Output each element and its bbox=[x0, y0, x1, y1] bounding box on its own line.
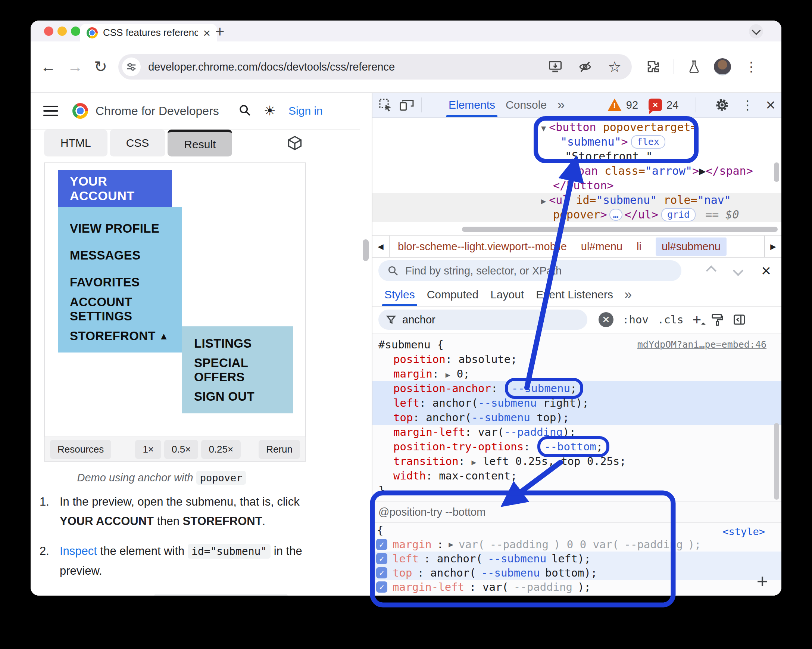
dom-tree-node[interactable]: <span class="arrow">▶</span> bbox=[372, 164, 781, 178]
breadcrumb-item[interactable]: li bbox=[636, 240, 641, 253]
sidebar-tab-styles[interactable]: Styles bbox=[379, 283, 421, 306]
page-scrollbar[interactable] bbox=[360, 93, 372, 595]
site-settings-icon[interactable] bbox=[122, 58, 141, 76]
warning-count[interactable]: 92 bbox=[626, 99, 638, 111]
find-next-icon[interactable] bbox=[733, 265, 743, 276]
experiments-flask-icon[interactable] bbox=[688, 60, 701, 74]
css-declaration[interactable]: position-anchor: --submenu; bbox=[372, 381, 781, 396]
demo-tab-html[interactable]: HTML bbox=[44, 130, 107, 156]
styles-scrollbar[interactable] bbox=[774, 423, 779, 500]
zoom-window-button[interactable] bbox=[71, 26, 80, 36]
vertical-scrollbar[interactable] bbox=[774, 162, 779, 182]
css-declaration[interactable]: transition: ▶ left 0.25s, top 0.25s; bbox=[372, 454, 781, 468]
declaration-checkbox[interactable]: ✓ bbox=[376, 539, 387, 550]
breadcrumb-item[interactable]: ul#menu bbox=[581, 240, 623, 253]
breadcrumb-left-icon[interactable]: ◀ bbox=[372, 236, 389, 257]
rendering-brush-icon[interactable] bbox=[710, 313, 723, 326]
declaration-checkbox[interactable]: ✓ bbox=[376, 567, 387, 579]
search-icon[interactable] bbox=[238, 104, 251, 118]
css-declaration[interactable]: ✓margin: ▶ var(--padding) 0 0 var(--padd… bbox=[372, 537, 781, 551]
scrollbar-thumb[interactable] bbox=[363, 239, 369, 261]
sidebar-toggle-icon[interactable] bbox=[733, 313, 746, 326]
css-declaration[interactable]: ✓margin-left: var(--padding); bbox=[372, 580, 781, 594]
rerun-button[interactable]: Rerun bbox=[259, 440, 300, 459]
error-icon[interactable]: × bbox=[649, 99, 662, 111]
profile-avatar[interactable] bbox=[714, 58, 731, 75]
theme-toggle-icon[interactable]: ☀ bbox=[264, 103, 276, 119]
settings-gear-icon[interactable] bbox=[715, 98, 729, 112]
filter-clear-icon[interactable]: ✕ bbox=[598, 312, 614, 327]
scale-button[interactable]: 0.5× bbox=[164, 440, 198, 459]
extensions-icon[interactable] bbox=[646, 60, 660, 74]
menu-item[interactable]: VIEW PROFILE bbox=[58, 215, 182, 242]
warning-icon[interactable]: ! bbox=[607, 99, 622, 111]
declaration-checkbox[interactable]: ✓ bbox=[376, 582, 387, 592]
grid-badge[interactable]: grid bbox=[661, 208, 696, 222]
demo-tab-css[interactable]: CSS bbox=[110, 130, 166, 156]
error-count[interactable]: 24 bbox=[667, 99, 678, 111]
dom-tree-node[interactable]: ▼<button popovertarget= bbox=[372, 120, 781, 135]
address-bar[interactable]: developer.chrome.com/docs/devtools/css/r… bbox=[118, 54, 632, 80]
forward-button[interactable]: → bbox=[67, 59, 83, 75]
devtools-tab-console[interactable]: Console bbox=[501, 93, 552, 117]
filter-value[interactable]: anchor bbox=[402, 314, 435, 326]
hover-state-button[interactable]: :hov bbox=[623, 313, 649, 326]
declaration-checkbox[interactable]: ✓ bbox=[376, 553, 387, 564]
inspect-element-icon[interactable] bbox=[379, 98, 392, 112]
eye-off-icon[interactable] bbox=[578, 61, 592, 73]
css-declaration[interactable]: top: anchor(--submenu top); bbox=[372, 410, 781, 425]
dom-tree-node[interactable]: ▶<ul id="submenu" role="nav" bbox=[372, 193, 781, 207]
scale-button[interactable]: 1× bbox=[135, 440, 161, 459]
submenu-item[interactable]: SPECIAL OFFERS bbox=[182, 357, 293, 383]
dom-tree-node[interactable]: "Storefront " bbox=[372, 149, 781, 164]
dom-tree-node[interactable]: popover>…</ul>grid == $0 bbox=[372, 207, 781, 222]
menu-item[interactable]: FAVORITES bbox=[58, 269, 182, 296]
back-button[interactable]: ← bbox=[40, 59, 56, 75]
sidebar-tab-event-listeners[interactable]: Event Listeners bbox=[530, 283, 619, 306]
css-declaration[interactable]: left: anchor(--submenu right); bbox=[372, 396, 781, 410]
sign-in-link[interactable]: Sign in bbox=[288, 104, 323, 117]
breadcrumb-item[interactable]: ul#submenu bbox=[656, 237, 727, 256]
find-previous-icon[interactable] bbox=[706, 265, 716, 276]
rule-source-link[interactable]: mdYdpOM?ani…pe=embed:46 bbox=[637, 337, 766, 352]
sidebar-more-icon[interactable]: » bbox=[624, 287, 632, 303]
inspect-link[interactable]: Inspect bbox=[60, 545, 97, 557]
device-toolbar-icon[interactable] bbox=[399, 98, 414, 112]
horizontal-scrollbar[interactable] bbox=[462, 227, 778, 232]
tab-search-button[interactable] bbox=[749, 24, 763, 38]
embed-cube-icon[interactable] bbox=[287, 135, 303, 153]
demo-tab-result[interactable]: Result bbox=[168, 130, 232, 156]
filter-input[interactable]: anchor bbox=[379, 309, 588, 330]
reload-button[interactable]: ↻ bbox=[94, 59, 107, 75]
dom-tree-node[interactable]: </button> bbox=[372, 178, 781, 193]
sidebar-tab-layout[interactable]: Layout bbox=[484, 283, 530, 306]
breadcrumb-right-icon[interactable]: ▶ bbox=[764, 236, 781, 257]
menu-item[interactable]: STOREFRONT▲ bbox=[58, 323, 182, 349]
minimize-window-button[interactable] bbox=[58, 26, 67, 36]
bookmark-star-icon[interactable]: ☆ bbox=[608, 60, 621, 74]
find-close-icon[interactable]: × bbox=[761, 263, 771, 279]
dom-tree-node[interactable]: "submenu">flex bbox=[372, 135, 781, 149]
css-declaration[interactable]: ✓left: anchor(--submenu left); bbox=[372, 551, 781, 566]
css-declaration[interactable]: width: max-content; bbox=[372, 468, 781, 483]
style-source-link[interactable]: <style> bbox=[722, 525, 765, 539]
css-declaration[interactable]: ✓top: anchor(--submenu bottom); bbox=[372, 566, 781, 580]
browser-menu-icon[interactable]: ⋮ bbox=[745, 59, 758, 75]
tab-close-icon[interactable]: × bbox=[203, 26, 211, 39]
submenu-item[interactable]: LISTINGS bbox=[182, 330, 293, 357]
more-tabs-icon[interactable]: » bbox=[557, 97, 565, 113]
close-window-button[interactable] bbox=[44, 26, 53, 36]
browser-tab[interactable]: CSS features reference | Chr × bbox=[80, 24, 217, 41]
breadcrumb-item[interactable]: blor-scheme--light.viewport--mobile bbox=[398, 240, 567, 253]
menu-item[interactable]: MESSAGES bbox=[58, 242, 182, 269]
install-page-icon[interactable] bbox=[548, 61, 562, 73]
site-brand[interactable]: Chrome for Developers bbox=[96, 104, 219, 118]
css-declaration[interactable]: position-try-options: --bottom; bbox=[372, 439, 781, 454]
sidebar-tab-computed[interactable]: Computed bbox=[421, 283, 484, 306]
scale-button[interactable]: 0.25× bbox=[201, 440, 241, 459]
your-account-button[interactable]: YOUR ACCOUNT bbox=[58, 170, 172, 207]
hamburger-menu-icon[interactable] bbox=[43, 106, 58, 116]
url-text[interactable]: developer.chrome.com/docs/devtools/css/r… bbox=[148, 61, 541, 73]
css-declaration[interactable]: position: absolute; bbox=[372, 352, 781, 367]
find-input[interactable]: Find by string, selector, or XPath bbox=[379, 260, 681, 281]
